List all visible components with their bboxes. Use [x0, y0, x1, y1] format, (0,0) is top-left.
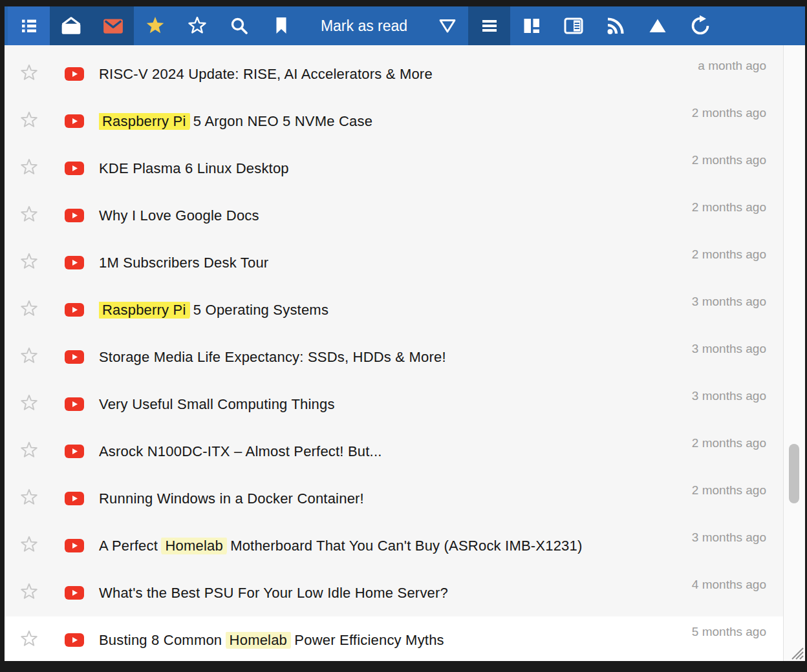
feed-item-row[interactable]: Raspberry Pi 5 Operating Systems 3 month… — [5, 286, 805, 333]
show-unread-button[interactable] — [92, 6, 134, 45]
item-age: 4 months ago — [692, 578, 766, 592]
item-title: Running Windows in a Docker Container! — [99, 490, 692, 507]
youtube-play-icon — [65, 586, 84, 600]
star-outline-icon — [19, 346, 39, 368]
star-outline-icon — [19, 582, 39, 604]
item-star-toggle[interactable] — [18, 158, 40, 180]
feed-item-row[interactable]: Busting 8 Common Homelab Power Efficienc… — [5, 616, 805, 661]
item-star-toggle[interactable] — [18, 394, 40, 415]
filter-dropdown-button[interactable] — [426, 6, 468, 45]
youtube-play-icon — [65, 633, 84, 647]
rss-feed-button[interactable] — [594, 6, 636, 45]
grid-layout-button[interactable] — [510, 6, 552, 45]
item-age: 3 months ago — [692, 295, 766, 309]
feed-item-row[interactable]: Storage Media Life Expectancy: SSDs, HDD… — [5, 333, 805, 381]
star-outline-icon — [19, 440, 39, 463]
item-title: RISC-V 2024 Update: RISE, AI Accelerator… — [99, 66, 698, 83]
item-age: a month ago — [698, 59, 766, 73]
item-star-toggle[interactable] — [18, 488, 40, 510]
feed-item-row[interactable]: Why I Love Google Docs 2 months ago — [5, 192, 805, 239]
title-text: Motherboard That You Can't Buy (ASRock I… — [226, 538, 583, 554]
article-view-button[interactable] — [552, 6, 594, 45]
item-age: 2 months ago — [692, 436, 766, 450]
item-star-toggle[interactable] — [18, 205, 40, 227]
item-title: Storage Media Life Expectancy: SSDs, HDD… — [99, 349, 692, 366]
item-title: Asrock N100DC-ITX – Almost Perfect! But.… — [99, 443, 692, 460]
hamburger-menu-icon — [479, 16, 500, 36]
triangle-up-icon — [647, 16, 668, 36]
show-read-button[interactable] — [50, 6, 92, 45]
filter-triangle-down-icon — [437, 16, 458, 36]
main-toolbar: Mark as read — [5, 6, 805, 45]
star-outline-icon — [19, 299, 39, 321]
title-text: Very Useful Small Computing Things — [99, 396, 335, 412]
item-title: Busting 8 Common Homelab Power Efficienc… — [99, 632, 692, 649]
title-text: RISC-V 2024 Update: RISE, AI Accelerator… — [99, 66, 433, 82]
search-term-highlight: Homelab — [161, 538, 226, 554]
list-view-button[interactable] — [8, 6, 50, 45]
title-text: Why I Love Google Docs — [99, 207, 259, 224]
search-term-highlight: Homelab — [226, 632, 291, 649]
item-list: RISC-V 2024 Update: RISE, AI Accelerator… — [5, 45, 805, 661]
youtube-play-icon — [65, 303, 84, 317]
feed-item-row[interactable]: 1M Subscribers Desk Tour 2 months ago — [5, 239, 805, 286]
feed-item-row[interactable]: Asrock N100DC-ITX – Almost Perfect! But.… — [5, 428, 805, 475]
feed-item-row[interactable]: RISC-V 2024 Update: RISE, AI Accelerator… — [5, 50, 805, 98]
title-text: Busting 8 Common — [99, 632, 226, 648]
title-text: KDE Plasma 6 Linux Desktop — [99, 160, 289, 176]
item-title: A Perfect Homelab Motherboard That You C… — [99, 538, 692, 554]
youtube-play-icon — [65, 209, 84, 222]
toggle-star-button[interactable] — [176, 6, 218, 45]
search-button[interactable] — [218, 6, 260, 45]
feed-item-row[interactable]: A Perfect Homelab Motherboard That You C… — [5, 522, 805, 569]
refresh-button[interactable] — [678, 6, 720, 45]
window-resize-grip[interactable] — [787, 643, 804, 660]
item-age: 2 months ago — [692, 247, 766, 262]
youtube-play-icon — [65, 492, 84, 505]
star-outline-icon — [19, 204, 39, 227]
item-star-toggle[interactable] — [18, 252, 40, 274]
youtube-play-icon — [65, 114, 84, 128]
show-starred-button[interactable] — [134, 6, 176, 45]
star-outline-icon — [19, 251, 39, 274]
menu-button[interactable] — [468, 6, 510, 45]
item-age: 2 months ago — [692, 106, 766, 120]
item-star-toggle[interactable] — [18, 63, 40, 85]
closed-envelope-unread-icon — [102, 16, 124, 36]
title-text: Running Windows in a Docker Container! — [99, 490, 364, 507]
bookmark-button[interactable] — [260, 6, 302, 45]
star-outline-icon — [19, 629, 39, 651]
item-star-toggle[interactable] — [18, 110, 40, 132]
feed-item-row[interactable]: Very Useful Small Computing Things 3 mon… — [5, 381, 805, 428]
mark-as-read-button[interactable]: Mark as read — [302, 6, 426, 45]
open-envelope-read-icon — [60, 16, 82, 36]
search-term-highlight: Raspberry Pi — [99, 113, 190, 130]
item-star-toggle[interactable] — [18, 535, 40, 557]
feed-item-row[interactable]: What's the Best PSU For Your Low Idle Ho… — [5, 569, 805, 616]
item-title: Very Useful Small Computing Things — [99, 396, 692, 413]
feed-item-row[interactable]: Raspberry Pi 5 Argon NEO 5 NVMe Case 2 m… — [5, 98, 805, 145]
feed-item-row[interactable]: Running Windows in a Docker Container! 2… — [5, 475, 805, 522]
item-age: 2 months ago — [692, 483, 766, 498]
item-star-toggle[interactable] — [18, 299, 40, 321]
scrollbar-thumb[interactable] — [789, 444, 799, 503]
article-view-icon — [563, 16, 585, 36]
item-title: KDE Plasma 6 Linux Desktop — [99, 160, 692, 177]
item-star-toggle[interactable] — [18, 346, 40, 368]
item-age: 5 months ago — [692, 625, 766, 639]
youtube-play-icon — [65, 350, 84, 364]
item-star-toggle[interactable] — [18, 582, 40, 604]
scrollbar-track[interactable] — [783, 45, 805, 661]
feed-item-row[interactable]: KDE Plasma 6 Linux Desktop 2 months ago — [5, 145, 805, 192]
item-star-toggle[interactable] — [18, 441, 40, 463]
feed-reader-window: Mark as read — [5, 6, 805, 661]
star-outline-icon — [19, 157, 39, 180]
scroll-to-top-button[interactable] — [636, 6, 678, 45]
star-outline-icon — [19, 534, 39, 557]
item-star-toggle[interactable] — [18, 629, 40, 651]
youtube-play-icon — [65, 539, 84, 552]
title-text: 1M Subscribers Desk Tour — [99, 255, 268, 271]
title-text: What's the Best PSU For Your Low Idle Ho… — [99, 585, 448, 601]
rss-icon — [605, 16, 626, 36]
item-title: What's the Best PSU For Your Low Idle Ho… — [99, 585, 692, 602]
